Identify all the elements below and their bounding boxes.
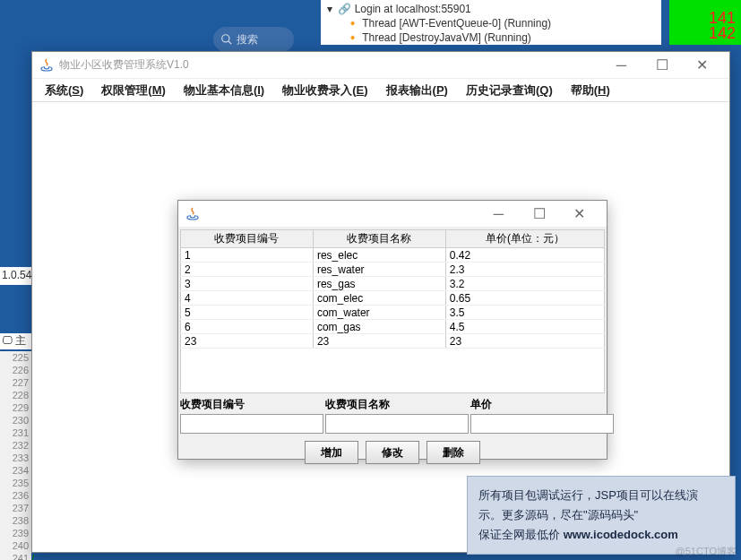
id-label: 收费项目编号 xyxy=(180,395,323,414)
minimize-button[interactable]: ─ xyxy=(601,52,642,79)
name-label: 收费项目名称 xyxy=(325,395,469,414)
debug-thread: Thread [AWT-EventQueue-0] (Running) xyxy=(362,17,551,30)
table-row[interactable]: 1res_elec0.42 xyxy=(181,248,605,263)
col-header[interactable]: 收费项目名称 xyxy=(313,230,445,248)
fee-dialog: ─ ☐ ✕ 收费项目编号收费项目名称单价(单位：元） 1res_elec0.42… xyxy=(177,200,607,460)
menu-s[interactable]: 系统(S) xyxy=(36,79,92,101)
cell-id[interactable]: 4 xyxy=(181,291,314,306)
cell-price[interactable]: 0.65 xyxy=(445,291,604,306)
promo-popup: 所有项目包调试运行，JSP项目可以在线演 示。更多源码，尽在"源码码头" 保证全… xyxy=(467,476,736,555)
table-row[interactable]: 4com_elec0.65 xyxy=(181,291,605,306)
debug-thread: Thread [DestroyJavaVM] (Running) xyxy=(362,31,531,44)
cell-id[interactable]: 3 xyxy=(181,277,314,291)
col-header[interactable]: 收费项目编号 xyxy=(181,230,314,248)
cell-price[interactable]: 2.3 xyxy=(445,263,604,277)
promo-line3: 保证全网最低价 www.icodedock.com xyxy=(478,525,724,545)
edit-button[interactable]: 修改 xyxy=(366,441,419,464)
bg-editor-gutter: 2252262272282292302312322332342352362372… xyxy=(0,351,31,560)
debug-root: Login at localhost:55901 xyxy=(355,3,471,15)
cell-id[interactable]: 1 xyxy=(181,248,314,263)
cell-name[interactable]: com_water xyxy=(313,306,445,320)
cell-price[interactable]: 3.2 xyxy=(445,277,604,291)
form-row: 收费项目编号 收费项目名称 单价 xyxy=(178,393,607,435)
table-row[interactable]: 6com_gas4.5 xyxy=(181,320,605,334)
search-icon xyxy=(220,33,233,46)
cell-id[interactable]: 2 xyxy=(181,263,314,277)
cell-name[interactable]: res_gas xyxy=(313,277,445,291)
table-row[interactable]: 3res_gas3.2 xyxy=(181,277,605,291)
cell-price[interactable]: 4.5 xyxy=(445,320,604,334)
table-row[interactable]: 5com_water3.5 xyxy=(181,306,605,320)
cell-price[interactable]: 3.5 xyxy=(445,306,604,320)
menu-p[interactable]: 报表输出(P) xyxy=(377,79,457,101)
menu-q[interactable]: 历史记录查询(Q) xyxy=(457,79,562,101)
bg-debug-tree: ▾ 🔗 Login at localhost:55901 🔸 Thread [A… xyxy=(321,0,661,45)
table-row[interactable]: 2res_water2.3 xyxy=(181,263,605,277)
menubar: 系统(S)权限管理(M)物业基本信息(I)物业收费录入(E)报表输出(P)历史记… xyxy=(32,79,729,102)
main-titlebar[interactable]: 物业小区收费管理系统V1.0 ─ ☐ ✕ xyxy=(32,52,729,79)
java-icon xyxy=(39,58,54,73)
menu-m[interactable]: 权限管理(M) xyxy=(92,79,175,101)
maximize-button[interactable]: ☐ xyxy=(642,52,682,79)
bg-search-text: 搜索 xyxy=(237,32,258,47)
col-header[interactable]: 单价(单位：元） xyxy=(445,230,604,248)
cell-name[interactable]: res_water xyxy=(313,263,445,277)
close-button[interactable]: ✕ xyxy=(682,52,722,79)
dialog-minimize-button[interactable]: ─ xyxy=(478,201,519,228)
add-button[interactable]: 增加 xyxy=(305,441,358,464)
cell-name[interactable]: com_elec xyxy=(313,291,445,306)
name-input[interactable] xyxy=(325,414,469,434)
price-input[interactable] xyxy=(470,414,614,434)
dialog-close-button[interactable]: ✕ xyxy=(559,201,599,228)
delete-button[interactable]: 删除 xyxy=(427,441,480,464)
cell-name[interactable]: res_elec xyxy=(313,248,445,263)
bg-search-box: 搜索 xyxy=(213,27,294,52)
cell-id[interactable]: 6 xyxy=(181,320,314,334)
cell-name[interactable]: com_gas xyxy=(313,320,445,334)
fee-table[interactable]: 收费项目编号收费项目名称单价(单位：元） 1res_elec0.422res_w… xyxy=(180,229,605,349)
table-area: 收费项目编号收费项目名称单价(单位：元） 1res_elec0.422res_w… xyxy=(178,228,607,349)
table-row[interactable]: 232323 xyxy=(181,334,605,349)
menu-i[interactable]: 物业基本信息(I) xyxy=(175,79,273,101)
menu-e[interactable]: 物业收费录入(E) xyxy=(273,79,376,101)
button-row: 增加 修改 删除 xyxy=(178,435,607,470)
promo-line1: 所有项目包调试运行，JSP项目可以在线演 xyxy=(478,486,724,505)
promo-line2: 示。更多源码，尽在"源码码头" xyxy=(478,505,724,525)
menu-h[interactable]: 帮助(H) xyxy=(562,79,619,101)
cell-name[interactable]: 23 xyxy=(313,334,445,349)
cell-id[interactable]: 5 xyxy=(181,306,314,320)
watermark: @51CTO博客 xyxy=(676,545,737,558)
cell-id[interactable]: 23 xyxy=(181,334,314,349)
cell-price[interactable]: 0.42 xyxy=(445,248,604,263)
svg-point-0 xyxy=(222,35,229,42)
svg-line-1 xyxy=(228,41,232,45)
price-label: 单价 xyxy=(470,395,614,414)
main-title-text: 物业小区收费管理系统V1.0 xyxy=(59,57,601,73)
id-input[interactable] xyxy=(180,414,323,434)
bg-version: 1.0.54 xyxy=(0,267,31,285)
java-icon xyxy=(185,207,200,221)
table-pad xyxy=(180,349,605,393)
dialog-maximize-button[interactable]: ☐ xyxy=(519,201,559,228)
bg-line-numbers: 141 142 xyxy=(669,0,741,45)
dialog-titlebar[interactable]: ─ ☐ ✕ xyxy=(178,201,607,228)
cell-price[interactable]: 23 xyxy=(445,334,604,349)
bg-host-label: 🖵 主机 xyxy=(0,333,36,349)
